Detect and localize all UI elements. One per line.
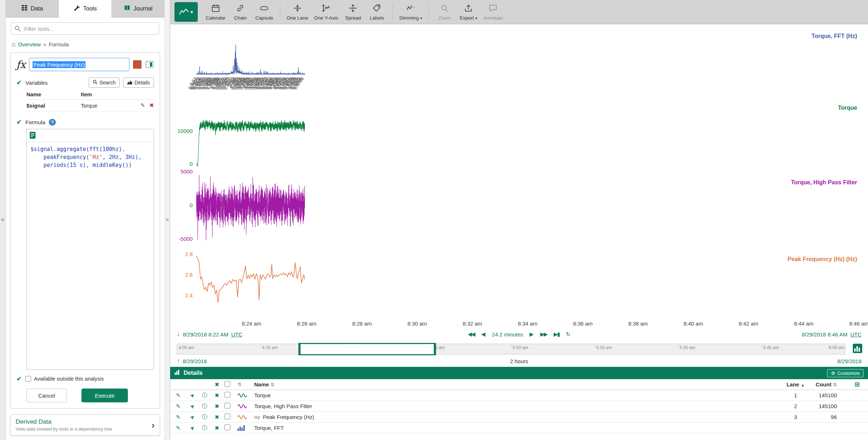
timeline-duration[interactable]: 2 hours — [510, 358, 528, 364]
lane-label-high-pass-filter[interactable]: Torque, High Pass Filter — [791, 179, 857, 186]
torque-plot[interactable] — [196, 110, 305, 167]
toolbar-button-labels[interactable]: Labels — [366, 1, 388, 23]
add-column-icon[interactable]: ⊞ — [846, 381, 868, 388]
send-item-icon[interactable]: ➤ — [185, 400, 199, 413]
collapse-left-panel-icon[interactable]: « — [1, 216, 4, 223]
toolbar-button-one-lane[interactable]: One Lane — [285, 1, 310, 23]
item-info-icon[interactable]: ⓘ — [198, 392, 211, 399]
timeline-date-right[interactable]: 8/29/2018 — [837, 358, 861, 364]
tab-journal[interactable]: Journal — [112, 0, 164, 17]
customize-button[interactable]: ⚙ Customize — [827, 369, 864, 377]
help-icon[interactable]: ? — [49, 119, 56, 126]
row-checkbox[interactable] — [225, 392, 230, 398]
remove-all-items-icon[interactable]: ✖ — [211, 381, 223, 388]
row-checkbox[interactable] — [225, 403, 230, 408]
delete-variable-icon[interactable]: ✖ — [149, 102, 154, 109]
send-item-icon[interactable]: ➤ — [185, 411, 199, 424]
select-all-checkbox[interactable] — [225, 381, 230, 387]
item-info-icon[interactable]: ⓘ — [198, 414, 211, 420]
toolbar-button-one-y-axis[interactable]: One Y-Axis — [312, 1, 340, 23]
item-name[interactable]: Torque, FFT — [254, 425, 785, 431]
filter-tools-input[interactable] — [11, 22, 159, 35]
derived-data-panel[interactable]: Derived Data View data created by tools … — [10, 414, 160, 436]
toolbar-button-label: Export▾ — [460, 15, 477, 21]
execute-button[interactable]: Execute — [81, 389, 128, 402]
peak-frequency-plot[interactable] — [196, 252, 305, 314]
tab-data-label: Data — [31, 5, 43, 12]
available-outside-checkbox[interactable] — [25, 376, 31, 382]
fft-plot[interactable] — [196, 42, 305, 76]
edit-variable-icon[interactable]: ✎ — [141, 102, 145, 109]
range-end-date[interactable]: 8/29/2018 8:46 AM — [802, 331, 847, 338]
remove-item-icon[interactable]: ✖ — [211, 414, 223, 420]
toolbar-button-capsule[interactable]: Capsule — [253, 1, 276, 23]
cancel-button[interactable]: Cancel — [26, 389, 67, 402]
formula-name-input[interactable]: Peak Frequency (Hz) — [29, 58, 129, 71]
formula-snippets-icon[interactable] — [30, 132, 35, 140]
selection-handle-right[interactable] — [434, 343, 436, 355]
edit-item-icon[interactable]: ✎ — [170, 403, 186, 410]
item-name[interactable]: Torque — [254, 392, 785, 398]
lane-label-peak-frequency[interactable]: Peak Frequency (Hz) (Hz) — [788, 256, 857, 263]
home-icon[interactable]: ⌂ — [12, 41, 16, 48]
item-name[interactable]: Torque, High Pass Filter — [254, 403, 785, 409]
pan-forward-button[interactable]: ▶ — [529, 331, 534, 338]
lane-label-fft[interactable]: Torque, FFT (Hz) — [812, 33, 857, 39]
formula-code[interactable]: $signal.aggregate(fft(100hz). peakFreque… — [27, 142, 154, 369]
remove-item-icon[interactable]: ✖ — [211, 403, 223, 410]
toolbar-button-spread[interactable]: Spread — [342, 1, 364, 23]
variables-search-button[interactable]: Search — [89, 77, 119, 88]
formula-editor[interactable]: $signal.aggregate(fft(100hz). peakFreque… — [26, 129, 154, 370]
range-duration[interactable]: 24.2 minutes — [492, 331, 523, 338]
item-name[interactable]: HzPeak Frequency (Hz) — [254, 414, 785, 420]
timeline-date-left[interactable]: 8/29/2018 — [183, 358, 207, 364]
variables-details-button[interactable]: Details — [123, 77, 154, 88]
breadcrumb-overview-link[interactable]: Overview — [18, 41, 41, 47]
formula-name-value: Peak Frequency (Hz) — [33, 61, 85, 68]
toolbar-button-dimming[interactable]: Dimming▾ — [397, 1, 424, 23]
pan-fast-forward-button[interactable]: ▶▶ — [540, 331, 547, 338]
remove-item-icon[interactable]: ✖ — [211, 425, 223, 431]
range-end-timezone-link[interactable]: UTC — [850, 331, 861, 338]
row-checkbox[interactable] — [225, 414, 230, 419]
item-info-icon[interactable]: ⓘ — [198, 403, 211, 410]
sort-icon[interactable]: ⇅ — [833, 382, 837, 387]
sort-icon[interactable]: ⇅ — [238, 382, 254, 387]
tab-data[interactable]: Data — [6, 0, 59, 17]
toolbar-button-chain[interactable]: Chain — [229, 1, 252, 23]
pan-rewind-button[interactable]: ◀◀ — [468, 331, 475, 338]
collapse-sidebar-icon[interactable]: « — [165, 216, 169, 223]
send-item-icon[interactable]: ➤ — [185, 422, 199, 435]
range-start-timezone-link[interactable]: UTC — [231, 331, 242, 338]
sort-icon[interactable]: ⇅ — [271, 382, 274, 387]
refresh-button[interactable]: ↻ — [566, 331, 571, 338]
toolbar-button-calendar[interactable]: Calendar — [204, 1, 228, 23]
caret-down-icon: ▾ — [420, 16, 422, 20]
pan-back-button[interactable]: ◀ — [481, 331, 486, 338]
trend-view-button[interactable]: ▾ — [175, 2, 198, 22]
timeline-histogram-icon[interactable] — [853, 344, 862, 354]
name-column-header[interactable]: Name — [254, 381, 269, 387]
one-lane-icon — [293, 4, 302, 14]
edit-item-icon[interactable]: ✎ — [170, 425, 186, 431]
edit-item-icon[interactable]: ✎ — [170, 392, 186, 399]
tab-tools[interactable]: Tools — [59, 0, 112, 17]
remove-item-icon[interactable]: ✖ — [211, 392, 223, 399]
edit-item-icon[interactable]: ✎ — [170, 414, 186, 420]
row-checkbox[interactable] — [225, 424, 230, 430]
timeline-track[interactable]: 4:00 am4:15 am4:30 am4:45 am5:00 am5:15 … — [177, 344, 846, 355]
skip-to-end-button[interactable]: ▶▮ — [554, 331, 559, 338]
lane-label-torque[interactable]: Torque — [838, 105, 857, 111]
timeline-selection[interactable] — [299, 343, 435, 355]
count-column-header[interactable]: Count — [816, 381, 831, 387]
item-info-icon[interactable]: ⓘ — [198, 424, 211, 431]
high-pass-filter-plot[interactable] — [196, 174, 305, 242]
selection-handle-left[interactable] — [298, 343, 301, 355]
range-start-date[interactable]: 8/29/2018 8:22 AM — [183, 331, 228, 338]
trend-chart-region[interactable]: Torque, FFT (Hz) Torque Torque, High Pas… — [170, 24, 868, 328]
lane-column-header[interactable]: Lane — [787, 381, 799, 387]
toolbar-button-export[interactable]: Export▾ — [457, 1, 480, 23]
send-item-icon[interactable]: ➤ — [185, 389, 199, 402]
color-swatch-button[interactable] — [133, 60, 142, 69]
panel-layout-icon[interactable] — [145, 60, 154, 69]
